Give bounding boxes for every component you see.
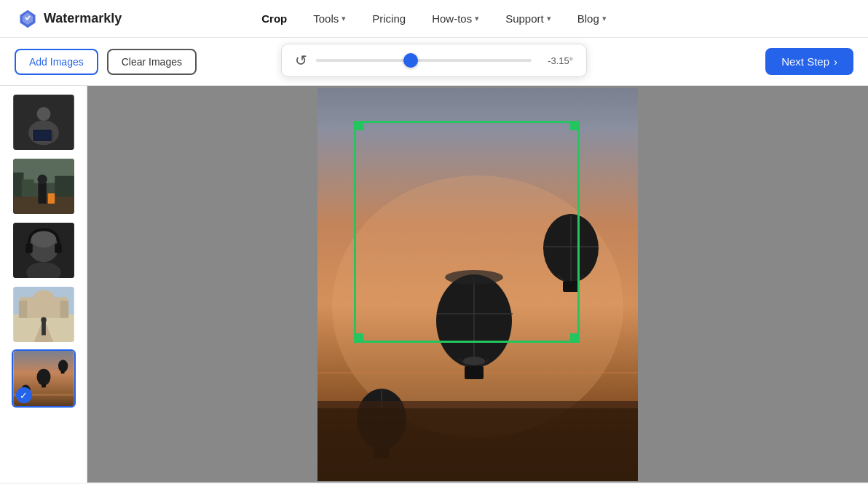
svg-rect-14	[47, 194, 55, 204]
svg-point-44	[445, 270, 503, 285]
brand-name: Watermarkly	[44, 11, 122, 26]
nav-pricing[interactable]: Pricing	[362, 8, 416, 29]
thumb-scene-4	[13, 287, 74, 342]
nav-howtos[interactable]: How-tos ▾	[422, 8, 489, 29]
thumb-scene-2	[13, 159, 74, 214]
rotate-icon[interactable]: ↺	[295, 52, 307, 69]
nav-support[interactable]: Support ▾	[495, 8, 561, 29]
nav-tools[interactable]: Tools ▾	[303, 8, 356, 29]
svg-point-25	[33, 290, 54, 304]
thumbnail-2[interactable]	[12, 157, 76, 215]
svg-rect-34	[60, 372, 64, 374]
slider-thumb[interactable]	[403, 53, 418, 68]
svg-rect-32	[42, 385, 46, 388]
rotation-value: -3.15°	[540, 55, 573, 66]
svg-rect-5	[33, 130, 50, 140]
svg-point-45	[463, 357, 485, 365]
blog-chevron-icon: ▾	[602, 14, 607, 23]
svg-point-29	[41, 317, 47, 323]
clear-images-button[interactable]: Clear Images	[107, 49, 197, 75]
thumbnail-1[interactable]	[12, 93, 76, 151]
svg-point-21	[31, 231, 55, 247]
svg-point-33	[58, 360, 67, 372]
support-chevron-icon: ▾	[547, 14, 551, 23]
main-layout: ✓	[0, 86, 868, 483]
thumb-scene-3	[13, 223, 74, 278]
nav-blog[interactable]: Blog ▾	[567, 8, 617, 29]
rotation-popup: ↺ -3.15°	[281, 44, 587, 77]
svg-rect-28	[42, 322, 46, 336]
howtos-chevron-icon: ▾	[475, 14, 479, 23]
main-image	[317, 88, 638, 481]
navbar: Watermarkly Crop Tools ▾ Pricing How-tos…	[0, 0, 868, 38]
svg-rect-19	[55, 244, 62, 253]
thumbnail-5[interactable]: ✓	[12, 349, 76, 408]
selected-check-badge: ✓	[16, 387, 32, 403]
brand-icon	[17, 9, 38, 29]
brand-logo[interactable]: Watermarkly	[17, 9, 122, 29]
tools-chevron-icon: ▾	[342, 14, 346, 23]
add-images-button[interactable]: Add Images	[15, 49, 98, 75]
svg-rect-46	[465, 366, 484, 379]
svg-rect-27	[60, 301, 68, 318]
rotation-slider[interactable]	[316, 59, 532, 62]
canvas-area[interactable]	[87, 86, 868, 483]
svg-point-31	[36, 369, 50, 386]
slider-fill	[316, 59, 411, 62]
thumbnail-3[interactable]	[12, 221, 76, 279]
toolbar: Add Images Clear Images ↺ -3.15° Next St…	[0, 38, 868, 86]
nav-crop[interactable]: Crop	[251, 8, 297, 29]
svg-rect-12	[38, 183, 46, 204]
main-scene-svg	[317, 88, 638, 481]
svg-point-13	[37, 175, 47, 184]
thumb-scene-1	[13, 95, 74, 150]
thumbnail-4[interactable]	[12, 285, 76, 344]
svg-rect-52	[563, 281, 579, 292]
main-nav: Crop Tools ▾ Pricing How-tos ▾ Support ▾…	[251, 8, 616, 29]
next-step-button[interactable]: Next Step ›	[765, 48, 853, 75]
svg-rect-62	[317, 408, 638, 481]
image-sidebar: ✓	[0, 86, 87, 483]
next-arrow-icon: ›	[834, 55, 837, 68]
svg-rect-26	[18, 301, 26, 318]
svg-rect-18	[25, 244, 33, 253]
svg-point-2	[36, 107, 50, 121]
